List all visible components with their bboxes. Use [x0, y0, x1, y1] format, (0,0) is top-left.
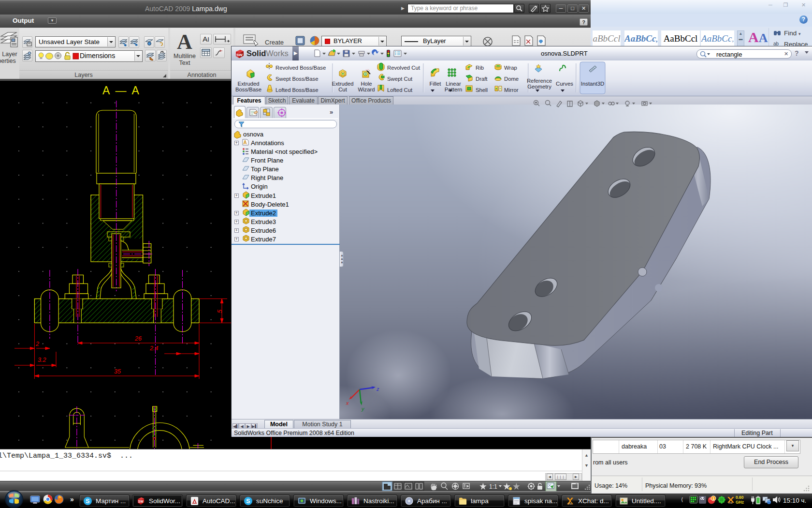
svg-text:A — A: A — A [102, 84, 141, 97]
svg-text:S: S [86, 498, 89, 505]
svg-text:1:1: 1:1 [489, 483, 497, 490]
svg-text:x: x [346, 400, 349, 406]
svg-text:A: A [244, 140, 247, 145]
svg-text:0.60: 0.60 [736, 495, 744, 500]
svg-text:»: » [70, 495, 74, 503]
svg-text:SW: SW [236, 53, 243, 57]
svg-text:z: z [376, 386, 379, 392]
svg-text:1: 1 [712, 496, 714, 501]
svg-text:SW: SW [138, 500, 144, 503]
svg-text:35: 35 [114, 368, 121, 375]
svg-text:chat: chat [568, 503, 573, 505]
svg-text:26: 26 [134, 335, 142, 342]
svg-text:5: 5 [217, 310, 223, 313]
svg-text:3.2: 3.2 [38, 357, 46, 363]
svg-text:2: 2 [35, 341, 39, 347]
svg-text:2.4: 2.4 [149, 345, 158, 352]
svg-text:chat: chat [728, 502, 733, 504]
svg-text:GHz: GHz [736, 500, 744, 505]
svg-text:S: S [246, 498, 250, 505]
